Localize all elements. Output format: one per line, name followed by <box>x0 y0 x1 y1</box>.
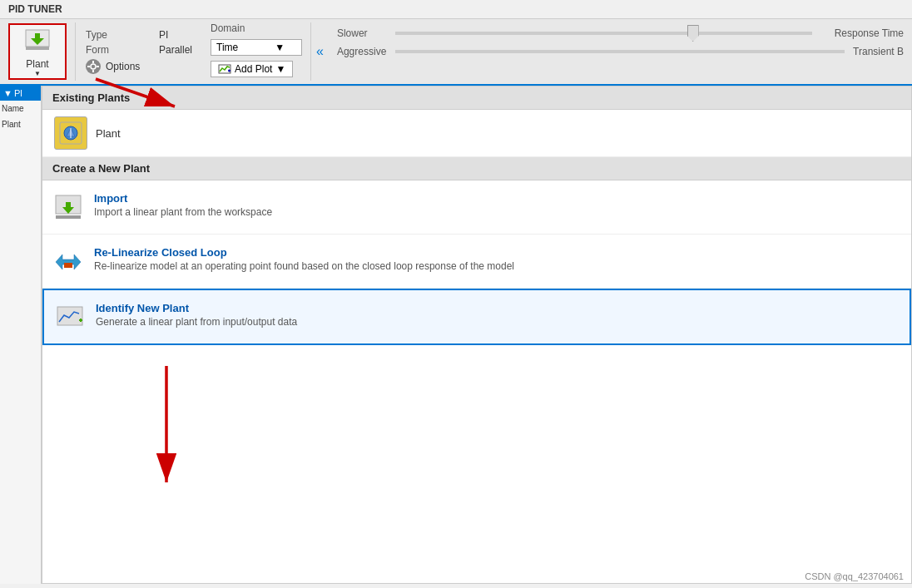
transient-row: Aggressive Transient B <box>337 44 904 59</box>
response-time-label: Response Time <box>820 27 904 39</box>
import-item[interactable]: Import Import a linear plant from the wo… <box>42 180 911 235</box>
sidebar-name-label: Name <box>2 104 24 113</box>
watermark: CSDN @qq_423704061 <box>805 571 904 581</box>
title-bar: PID TUNER <box>0 0 912 19</box>
svg-point-4 <box>91 64 96 69</box>
form-value: Parallel <box>159 44 192 56</box>
import-icon <box>54 192 84 222</box>
plant-dropdown-arrow: ▼ <box>34 70 41 77</box>
identify-icon <box>56 302 86 332</box>
add-plot-label: Add Plot <box>235 63 272 75</box>
domain-label: Domain <box>211 22 277 34</box>
svg-rect-8 <box>97 66 99 67</box>
sidebar-header: ▼ Pl <box>0 86 41 101</box>
domain-section: Domain Time ▼ Add Plot ▼ <box>202 22 311 81</box>
slower-label: Slower <box>337 27 387 39</box>
import-desc: Import a linear plant from the workspace <box>94 206 272 218</box>
identify-title: Identify New Plant <box>96 302 297 314</box>
dropdown-panel: Existing Plants Plant Create a New Plant <box>42 86 912 584</box>
plant-import-icon <box>22 27 52 57</box>
collapse-icon[interactable]: « <box>316 44 324 59</box>
form-row: Form Parallel <box>86 44 192 56</box>
toolbar: Plant ▼ Type PI Form Parallel Options <box>0 19 912 86</box>
svg-rect-2 <box>35 33 40 40</box>
form-label: Form <box>86 44 152 56</box>
type-row: Type PI <box>86 29 192 41</box>
add-plot-icon <box>218 63 231 75</box>
aggressive-label: Aggressive <box>337 46 387 57</box>
sidebar-name-row: Name <box>0 101 41 116</box>
transient-slider[interactable] <box>395 44 845 59</box>
slider-track-2 <box>395 50 845 53</box>
domain-dropdown-arrow: ▼ <box>275 42 285 53</box>
create-new-plant-header: Create a New Plant <box>42 157 911 180</box>
app-title: PID TUNER <box>8 3 62 15</box>
svg-rect-6 <box>92 70 94 72</box>
response-time-row: Slower Response Time <box>337 26 904 41</box>
domain-dropdown[interactable]: Time ▼ <box>211 39 302 56</box>
plant-button[interactable]: Plant ▼ <box>8 23 67 80</box>
domain-row: Domain <box>211 22 277 34</box>
existing-plants-header: Existing Plants <box>42 86 911 110</box>
svg-rect-19 <box>56 215 81 219</box>
plant-label: Plant <box>26 58 48 70</box>
identify-text: Identify New Plant Generate a linear pla… <box>96 302 297 328</box>
svg-rect-5 <box>92 61 94 63</box>
type-label: Type <box>86 29 152 41</box>
identify-item[interactable]: Identify New Plant Generate a linear pla… <box>42 289 911 345</box>
slider-track-1 <box>395 32 812 35</box>
collapse-section[interactable]: « <box>311 22 329 81</box>
relinearize-text: Re-Linearize Closed Loop Re-linearize mo… <box>94 246 514 272</box>
svg-rect-21 <box>64 263 72 268</box>
plant-item-icon <box>54 116 87 150</box>
svg-rect-3 <box>26 47 49 50</box>
response-time-slider[interactable] <box>395 26 812 41</box>
add-plot-arrow: ▼ <box>275 63 285 75</box>
relinearize-icon <box>54 246 84 276</box>
create-new-plant-section: Create a New Plant Import Import a linea… <box>42 157 911 345</box>
options-label[interactable]: Options <box>106 61 172 72</box>
options-gear-icon <box>86 59 101 74</box>
plant-list-item[interactable]: Plant <box>42 110 911 157</box>
options-row: Options <box>86 59 192 74</box>
sidebar-expand-icon[interactable]: ▼ <box>3 88 12 98</box>
import-title: Import <box>94 192 272 205</box>
sidebar-plant-label: Plant <box>2 120 21 129</box>
relinearize-item[interactable]: Re-Linearize Closed Loop Re-linearize mo… <box>42 235 911 289</box>
settings-section: Type PI Form Parallel Options <box>76 22 202 81</box>
relinearize-title: Re-Linearize Closed Loop <box>94 246 514 259</box>
main-content: ▼ Pl Name Plant Existing Plants Plant <box>0 86 912 584</box>
transient-label: Transient B <box>853 46 904 57</box>
slider-thumb-1 <box>687 25 699 42</box>
svg-rect-18 <box>66 202 71 209</box>
plant-item-name: Plant <box>96 127 121 140</box>
type-value: PI <box>159 29 168 41</box>
svg-rect-7 <box>87 66 90 67</box>
sidebar-pl-label: Pl <box>14 88 22 98</box>
plant-section: Plant ▼ <box>0 22 76 81</box>
domain-value: Time <box>216 42 238 53</box>
sidebar-plant-row[interactable]: Plant <box>0 116 41 132</box>
response-section: Slower Response Time Aggressive Transien… <box>329 22 912 81</box>
identify-desc: Generate a linear plant from input/outpu… <box>96 316 297 328</box>
left-sidebar: ▼ Pl Name Plant <box>0 86 42 584</box>
add-plot-button[interactable]: Add Plot ▼ <box>211 61 293 77</box>
relinearize-desc: Re-linearize model at an operating point… <box>94 260 514 272</box>
import-text: Import Import a linear plant from the wo… <box>94 192 272 218</box>
